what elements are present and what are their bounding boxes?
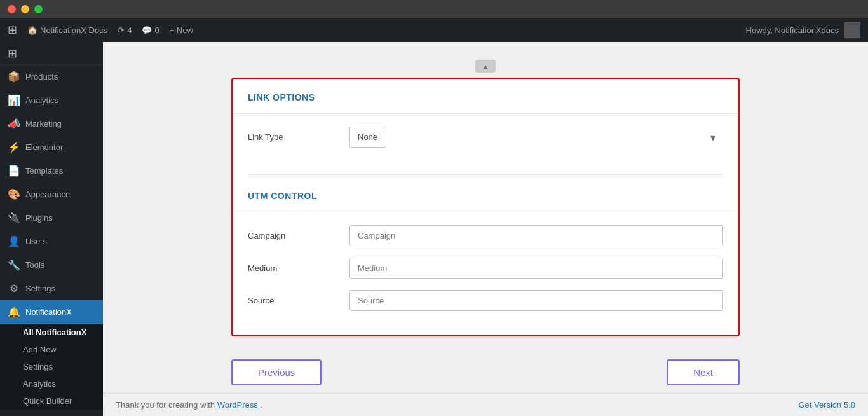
campaign-row: Campaign (248, 225, 723, 246)
new-item[interactable]: + New (170, 25, 193, 35)
settings-icon: ⚙ (8, 282, 20, 295)
submenu-item-quick-builder[interactable]: Quick Builder (0, 392, 103, 410)
main-content: ▲ LINK OPTIONS Link Type None (103, 42, 868, 416)
quick-builder-label: Quick Builder (23, 396, 72, 406)
sidebar-label-settings: Settings (25, 284, 55, 293)
sidebar-label-templates: Templates (25, 166, 63, 176)
scroll-hint-top: ▲ (116, 55, 855, 78)
link-type-label: Link Type (248, 132, 349, 142)
new-label: + New (170, 25, 193, 35)
marketing-icon: 📣 (8, 118, 20, 130)
wordpress-link[interactable]: WordPress (217, 400, 258, 410)
wp-sidebar-icon: ⊞ (8, 46, 17, 60)
medium-label: Medium (248, 263, 349, 273)
submenu-item-analytics[interactable]: Analytics (0, 375, 103, 392)
howdy-text: Howdy, NotificationXdocs (746, 25, 839, 35)
link-type-select[interactable]: None (349, 127, 386, 148)
previous-button[interactable]: Previous (231, 359, 322, 385)
source-label: Source (248, 296, 349, 305)
site-name-item[interactable]: 🏠 NotificationX Docs (27, 25, 107, 35)
sidebar-item-notificationx[interactable]: 🔔 NotificationX (0, 300, 103, 324)
comments-item[interactable]: 💬 0 (142, 25, 159, 35)
utm-control-header: UTM CONTROL (233, 177, 738, 212)
thank-you-text: Thank you for creating with (116, 400, 217, 410)
submenu-item-settings[interactable]: Settings (0, 358, 103, 375)
source-row: Source (248, 290, 723, 311)
wp-icon: ⊞ (8, 23, 17, 37)
sidebar-item-templates[interactable]: 📄 Templates (0, 159, 103, 183)
comments-icon: 💬 (142, 25, 152, 35)
sidebar-item-settings[interactable]: ⚙ Settings (0, 277, 103, 300)
notificationx-submenu: All NotificationX Add New Settings Analy… (0, 324, 103, 410)
sidebar-item-appearance[interactable]: 🎨 Appearance (0, 183, 103, 206)
footer: Thank you for creating with WordPress . … (103, 393, 868, 416)
form-card: LINK OPTIONS Link Type None (231, 78, 740, 336)
sidebar-label-marketing: Marketing (25, 119, 62, 128)
sidebar-label-notificationx: NotificationX (25, 307, 72, 317)
sidebar-label-analytics: Analytics (25, 95, 58, 105)
link-options-header: LINK OPTIONS (233, 79, 738, 114)
sidebar-item-marketing[interactable]: 📣 Marketing (0, 112, 103, 135)
updates-count: 4 (127, 25, 132, 35)
updates-icon: ⟳ (118, 25, 125, 35)
close-button[interactable] (8, 5, 16, 13)
sidebar-item-users[interactable]: 👤 Users (0, 230, 103, 253)
analytics-sub-label: Analytics (23, 379, 56, 389)
site-name: NotificationX Docs (40, 25, 107, 35)
admin-bar-right: Howdy, NotificationXdocs (746, 22, 860, 38)
home-icon: 🏠 (27, 25, 37, 35)
minimize-button[interactable] (21, 5, 29, 13)
source-input[interactable] (349, 290, 723, 311)
add-new-label: Add New (23, 345, 57, 354)
campaign-label: Campaign (248, 231, 349, 240)
templates-icon: 📄 (8, 165, 20, 177)
version-text[interactable]: Get Version 5.8 (798, 400, 855, 410)
footer-text: Thank you for creating with WordPress . (116, 400, 262, 410)
submenu-item-add-new[interactable]: Add New (0, 341, 103, 358)
utm-control-title: UTM CONTROL (248, 191, 317, 201)
sidebar-label-users: Users (25, 237, 47, 246)
section-divider (248, 174, 723, 175)
sidebar: ⊞ 📦 Products 📊 Analytics 📣 Marketing ⚡ E… (0, 42, 103, 416)
sidebar-label-plugins: Plugins (25, 213, 53, 223)
utm-control-section: Campaign Medium Source (233, 212, 738, 335)
campaign-input[interactable] (349, 225, 723, 246)
link-type-row: Link Type None (248, 127, 723, 148)
footer-period: . (260, 400, 262, 410)
medium-row: Medium (248, 258, 723, 279)
sidebar-label-products: Products (25, 72, 58, 81)
submenu-item-all-notificationx[interactable]: All NotificationX (0, 324, 103, 341)
medium-input[interactable] (349, 258, 723, 279)
sidebar-item-plugins[interactable]: 🔌 Plugins (0, 206, 103, 230)
plugins-icon: 🔌 (8, 212, 20, 224)
sidebar-item-products[interactable]: 📦 Products (0, 65, 103, 88)
sidebar-item-tools[interactable]: 🔧 Tools (0, 253, 103, 277)
link-type-select-wrapper[interactable]: None (349, 127, 723, 148)
sidebar-item-elementor[interactable]: ⚡ Elementor (0, 135, 103, 159)
maximize-button[interactable] (34, 5, 43, 13)
wp-admin-layout: ⊞ 📦 Products 📊 Analytics 📣 Marketing ⚡ E… (0, 42, 868, 416)
link-options-section: Link Type None (233, 114, 738, 172)
settings-sub-label: Settings (23, 362, 53, 371)
appearance-icon: 🎨 (8, 188, 20, 200)
comments-count: 0 (154, 25, 159, 35)
tools-icon: 🔧 (8, 259, 20, 271)
all-notificationx-label: All NotificationX (23, 328, 86, 337)
users-icon: 👤 (8, 235, 20, 247)
notificationx-icon: 🔔 (8, 306, 20, 318)
titlebar (0, 0, 868, 18)
navigation-buttons: Previous Next (231, 349, 740, 393)
next-button[interactable]: Next (667, 359, 740, 385)
sidebar-label-elementor: Elementor (25, 142, 63, 152)
sidebar-item-analytics[interactable]: 📊 Analytics (0, 88, 103, 112)
link-options-title: LINK OPTIONS (248, 92, 315, 102)
products-icon: 📦 (8, 71, 20, 83)
content-area: ▲ LINK OPTIONS Link Type None (103, 42, 868, 393)
admin-bar: ⊞ 🏠 NotificationX Docs ⟳ 4 💬 0 + New How… (0, 18, 868, 42)
avatar (844, 22, 860, 38)
elementor-icon: ⚡ (8, 141, 20, 153)
sidebar-label-tools: Tools (25, 260, 44, 270)
scroll-up-button[interactable]: ▲ (475, 60, 496, 73)
updates-item[interactable]: ⟳ 4 (118, 25, 132, 35)
wp-logo-item[interactable]: ⊞ (8, 23, 17, 37)
